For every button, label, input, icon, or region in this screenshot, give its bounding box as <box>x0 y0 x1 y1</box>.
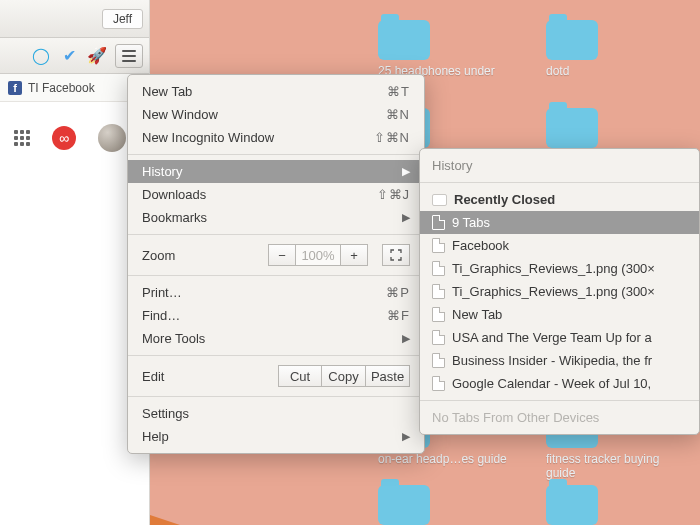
history-item-label: Facebook <box>452 238 509 253</box>
menu-item-print[interactable]: Print… ⌘P <box>128 281 424 304</box>
apps-icon[interactable] <box>14 130 30 146</box>
menu-item-new-tab[interactable]: New Tab ⌘T <box>128 80 424 103</box>
folder-icon <box>432 194 447 206</box>
submenu-arrow-icon: ▶ <box>402 430 410 443</box>
menu-label: History <box>142 164 182 179</box>
rocket-icon[interactable]: 🚀 <box>87 46 107 66</box>
copy-button[interactable]: Copy <box>322 365 366 387</box>
page-icon <box>432 307 445 322</box>
menu-label: Edit <box>142 369 164 384</box>
menu-separator <box>128 396 424 397</box>
folder-icon <box>546 485 598 525</box>
zoom-out-button[interactable]: − <box>268 244 296 266</box>
history-item[interactable]: USA and The Verge Team Up for a <box>420 326 699 349</box>
menu-item-find[interactable]: Find… ⌘F <box>128 304 424 327</box>
menu-label: New Tab <box>142 84 192 99</box>
user-chip[interactable]: Jeff <box>102 9 143 29</box>
history-item-label: Business Insider - Wikipedia, the fr <box>452 353 652 368</box>
history-submenu: History Recently Closed 9 TabsFacebookTi… <box>419 148 700 435</box>
menu-separator <box>128 234 424 235</box>
menu-separator <box>420 400 699 401</box>
shortcut: ⌘N <box>386 107 410 122</box>
menu-item-downloads[interactable]: Downloads ⇧⌘J <box>128 183 424 206</box>
menu-label: Zoom <box>142 248 175 263</box>
desktop-folder[interactable]: iphone access…n page <box>378 485 518 525</box>
titlebar: Jeff <box>0 0 149 38</box>
page-icon <box>432 330 445 345</box>
menu-item-edit: Edit Cut Copy Paste <box>128 361 424 391</box>
menu-label: New Incognito Window <box>142 130 274 145</box>
folder-icon <box>378 485 430 525</box>
menu-label: Settings <box>142 406 189 421</box>
shortcut: ⇧⌘J <box>377 187 411 202</box>
desktop-folder[interactable]: In-ear headp…es guide <box>546 485 686 525</box>
history-item-label: Google Calendar - Week of Jul 10, <box>452 376 651 391</box>
menu-item-new-incognito[interactable]: New Incognito Window ⇧⌘N <box>128 126 424 149</box>
menu-item-new-window[interactable]: New Window ⌘N <box>128 103 424 126</box>
shortcut: ⌘F <box>387 308 410 323</box>
folder-label: on-ear headp…es guide <box>378 452 518 466</box>
history-item[interactable]: Ti_Graphics_Reviews_1.png (300× <box>420 257 699 280</box>
shortcut: ⌘P <box>386 285 410 300</box>
no-tabs-label: No Tabs From Other Devices <box>420 406 699 429</box>
cut-button[interactable]: Cut <box>278 365 322 387</box>
zoom-in-button[interactable]: + <box>340 244 368 266</box>
menu-label: New Window <box>142 107 218 122</box>
folder-icon <box>378 20 430 60</box>
label: No Tabs From Other Devices <box>432 410 599 425</box>
history-item-label: 9 Tabs <box>452 215 490 230</box>
shortcut: ⌘T <box>387 84 410 99</box>
history-item-label: Ti_Graphics_Reviews_1.png (300× <box>452 284 655 299</box>
menu-separator <box>128 275 424 276</box>
submenu-header: History <box>420 154 699 177</box>
submenu-title: History <box>432 158 472 173</box>
opera-icon[interactable]: ◯ <box>31 46 51 66</box>
paste-button[interactable]: Paste <box>366 365 410 387</box>
submenu-arrow-icon: ▶ <box>402 165 410 178</box>
infinity-icon[interactable]: ∞ <box>52 126 76 150</box>
menu-item-bookmarks[interactable]: Bookmarks ▶ <box>128 206 424 229</box>
page-icon <box>432 238 445 253</box>
menu-separator <box>128 154 424 155</box>
history-item-label: New Tab <box>452 307 502 322</box>
history-item[interactable]: 9 Tabs <box>420 211 699 234</box>
folder-icon <box>546 20 598 60</box>
recently-closed-header: Recently Closed <box>420 188 699 211</box>
page-icon <box>432 261 445 276</box>
bookmark-link[interactable]: TI Facebook <box>28 81 95 95</box>
menu-label: Help <box>142 429 169 444</box>
zoom-value: 100% <box>296 244 340 266</box>
page-icon <box>432 353 445 368</box>
submenu-arrow-icon: ▶ <box>402 332 410 345</box>
submenu-arrow-icon: ▶ <box>402 211 410 224</box>
page-icon <box>432 215 445 230</box>
menu-item-settings[interactable]: Settings <box>128 402 424 425</box>
menu-label: Downloads <box>142 187 206 202</box>
toolbar: ◯ ✔ 🚀 <box>0 38 149 74</box>
page-icon <box>432 376 445 391</box>
menu-item-help[interactable]: Help ▶ <box>128 425 424 448</box>
folder-label: dotd <box>546 64 686 78</box>
menu-separator <box>128 355 424 356</box>
menu-item-more-tools[interactable]: More Tools ▶ <box>128 327 424 350</box>
shortcut: ⇧⌘N <box>374 130 410 145</box>
menu-item-zoom: Zoom − 100% + <box>128 240 424 270</box>
facebook-icon: f <box>8 81 22 95</box>
folder-label: fitness tracker buying guide <box>546 452 686 480</box>
menu-separator <box>420 182 699 183</box>
history-item[interactable]: Google Calendar - Week of Jul 10, <box>420 372 699 395</box>
menu-item-history[interactable]: History ▶ <box>128 160 424 183</box>
history-item[interactable]: Facebook <box>420 234 699 257</box>
desktop-folder[interactable]: dotd <box>546 20 686 78</box>
hamburger-menu-button[interactable] <box>115 44 143 68</box>
history-item[interactable]: Business Insider - Wikipedia, the fr <box>420 349 699 372</box>
extension-icon[interactable]: ✔ <box>59 46 79 66</box>
menu-label: Bookmarks <box>142 210 207 225</box>
fullscreen-button[interactable] <box>382 244 410 266</box>
history-item-label: Ti_Graphics_Reviews_1.png (300× <box>452 261 655 276</box>
label: Recently Closed <box>454 192 555 207</box>
history-item[interactable]: Ti_Graphics_Reviews_1.png (300× <box>420 280 699 303</box>
history-item-label: USA and The Verge Team Up for a <box>452 330 652 345</box>
history-item[interactable]: New Tab <box>420 303 699 326</box>
avatar[interactable] <box>98 124 126 152</box>
